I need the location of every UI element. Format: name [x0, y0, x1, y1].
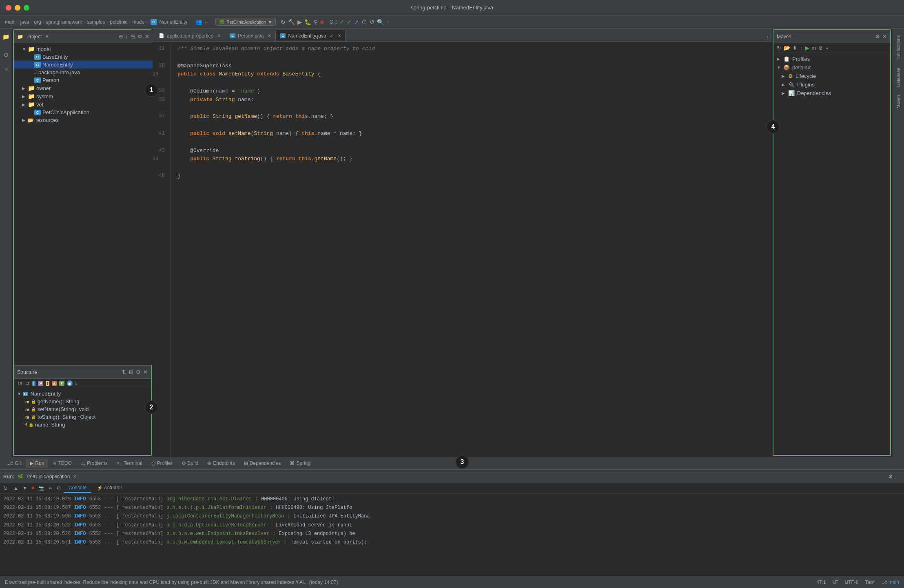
maven-reload-icon[interactable]: ↻	[777, 45, 781, 51]
tree-item-packageinfo[interactable]: J package-info.java	[14, 69, 153, 76]
maven-item-profiles[interactable]: ▶ 📋 Profiles	[773, 55, 890, 63]
breadcrumb-springframework[interactable]: springframework	[46, 19, 82, 25]
bottom-tab-todo[interactable]: ≡ TODO	[49, 459, 75, 468]
bottom-tab-spring[interactable]: ⌘ Spring	[286, 459, 315, 468]
tree-item-baseentity[interactable]: C BaseEntity	[14, 53, 153, 61]
search-icon[interactable]: 🔍	[377, 19, 384, 25]
bottom-tab-git[interactable]: ⎇ Git	[3, 459, 25, 468]
sort-desc-icon[interactable]: ↓z	[25, 380, 30, 386]
status-encoding[interactable]: LF	[833, 579, 838, 585]
code-content[interactable]: /** Simple JavaBean domain object adds a…	[171, 42, 772, 457]
tree-item-namedentity[interactable]: C NamedEntity	[14, 61, 153, 69]
bottom-tab-run[interactable]: ▶ Run	[26, 459, 48, 468]
group-icon[interactable]: ⊞	[129, 369, 133, 375]
tab-application-properties[interactable]: 📄 application.properties ✕	[154, 30, 225, 41]
run-icon[interactable]: ▶	[297, 19, 302, 25]
tree-item-system[interactable]: ▶ 📁 system	[14, 92, 153, 100]
private-filter-icon[interactable]: a	[52, 381, 57, 386]
build-icon[interactable]: 🔨	[288, 19, 295, 25]
notifications-sidebar-label[interactable]: Notifications	[893, 32, 903, 63]
code-editor[interactable]: 21 28 29 32 33 37 41 43 44 48	[153, 42, 772, 457]
breadcrumb-main[interactable]: main	[5, 19, 16, 25]
tab-close-icon[interactable]: ✕	[268, 33, 271, 38]
git-check2-icon[interactable]: ✓	[347, 19, 352, 25]
maven-more-icon[interactable]: »	[825, 46, 828, 51]
structure-item-name[interactable]: f 🔒 name: String	[14, 421, 151, 429]
run-tab-console[interactable]: Console	[64, 483, 91, 493]
extra-icon[interactable]: ◉	[67, 380, 73, 386]
git-undo-icon[interactable]: ↺	[370, 19, 374, 25]
run-minimize-icon[interactable]: —	[895, 473, 901, 480]
tree-item-owner[interactable]: ▶ 📁 owner	[14, 84, 153, 92]
run-settings-icon[interactable]: ⚙	[888, 473, 893, 480]
run-close-icon[interactable]: ✕	[73, 474, 76, 479]
tab-person-java[interactable]: C Person.java ✕	[225, 30, 275, 41]
settings-icon[interactable]: ⚙	[136, 369, 141, 375]
breadcrumb-petclinic[interactable]: petclinic	[110, 19, 127, 25]
maven-run-icon[interactable]: ▶	[805, 45, 809, 51]
run-toolbar-stop[interactable]: ■	[30, 483, 36, 493]
structure-item-tostring[interactable]: m 🔒 toString(): String ↑Object	[14, 413, 151, 421]
run-toolbar-up[interactable]: ▲	[12, 483, 20, 493]
pullrequest-sidebar-icon[interactable]: ⑂	[1, 64, 11, 74]
debug-icon[interactable]: 🐛	[304, 19, 311, 25]
status-indent[interactable]: Tab*	[865, 579, 875, 585]
project-dropdown-icon[interactable]: ▼	[45, 34, 49, 39]
collapse-icon[interactable]: ⊟	[131, 33, 135, 40]
maven-download-icon[interactable]: ⬇	[793, 45, 797, 51]
maven-open-icon[interactable]: 📂	[784, 45, 790, 51]
more-icon[interactable]: »	[75, 381, 78, 386]
run-toolbar-restart[interactable]: ↻	[0, 483, 11, 493]
maven-item-dependencies[interactable]: ▶ 📊 Dependencies	[773, 89, 890, 97]
close-structure-icon[interactable]: ✕	[143, 369, 148, 375]
run-toolbar-camera[interactable]: 📷	[37, 483, 46, 493]
sort-asc-icon[interactable]: ↑a	[17, 380, 22, 386]
tab-namedentity-java[interactable]: C NamedEntity.java ✓ ✕	[275, 30, 345, 41]
run-toolbar-down[interactable]: ▼	[21, 483, 29, 493]
maven-item-lifecycle[interactable]: ▶ ⚙ Lifecycle	[773, 72, 890, 80]
maven-add-icon[interactable]: +	[800, 45, 803, 51]
stop-icon[interactable]: ■	[320, 19, 323, 25]
run-config-button[interactable]: 🌿 PetClinicApplication ▼	[215, 18, 276, 26]
maven-item-petclinic[interactable]: ▼ 📦 petclinic	[773, 63, 890, 72]
breadcrumb-org[interactable]: org	[34, 19, 41, 25]
tree-item-model[interactable]: ▼ 📁 model	[14, 45, 153, 53]
structure-item-setname[interactable]: m 🔒 setName(String): void	[14, 405, 151, 413]
minimize-button[interactable]	[15, 5, 20, 11]
maximize-button[interactable]	[24, 5, 29, 11]
back-icon[interactable]: ←	[204, 19, 209, 25]
maven-skip-icon[interactable]: ⊘	[818, 45, 823, 51]
status-message[interactable]: Download pre-built shared indexes: Reduc…	[5, 579, 338, 585]
interface-filter-icon[interactable]: Y	[59, 381, 64, 386]
run-tab-actuator[interactable]: ⚡ Actuator	[92, 483, 127, 493]
git-time-icon[interactable]: ⏱	[361, 19, 367, 25]
sort-icon[interactable]: ↕	[126, 33, 129, 40]
maven-item-plugins[interactable]: ▶ 🔌 Plugins	[773, 80, 890, 89]
bottom-tab-dependencies[interactable]: ⊞ Dependencies	[240, 459, 285, 468]
bottom-tab-problems[interactable]: ⚠ Problems	[77, 459, 112, 468]
project-sidebar-icon[interactable]: 📁	[1, 32, 11, 42]
upload-icon[interactable]: ↑	[386, 19, 389, 25]
coverage-icon[interactable]: ⚲	[314, 19, 318, 25]
reload-icon[interactable]: ↻	[281, 19, 286, 25]
status-position[interactable]: 47:1	[816, 579, 826, 585]
tree-item-petclinicapp[interactable]: C PetClinicApplication	[14, 108, 153, 116]
maven-sidebar-label[interactable]: Maven	[893, 92, 903, 112]
sort-alpha-icon[interactable]: ⇅	[122, 369, 126, 375]
instance-filter-icon[interactable]: I	[32, 381, 36, 386]
tree-item-resources[interactable]: ▶ 📂 resources	[14, 116, 153, 124]
commit-sidebar-icon[interactable]: ⊙	[1, 50, 11, 60]
git-push-icon[interactable]: ↗	[354, 19, 359, 25]
maven-close-icon[interactable]: ✕	[882, 33, 887, 40]
tab-close-icon[interactable]: ✕	[217, 33, 221, 38]
settings-icon[interactable]: ⚙	[137, 33, 142, 40]
breadcrumb-java[interactable]: java	[20, 19, 29, 25]
bottom-tab-terminal[interactable]: >_ Terminal	[113, 459, 146, 468]
protected-filter-icon[interactable]: P	[38, 381, 43, 386]
locate-icon[interactable]: ⊕	[119, 33, 123, 40]
close-button[interactable]	[6, 5, 11, 11]
bottom-tab-endpoints[interactable]: ⊕ Endpoints	[203, 459, 239, 468]
tree-item-person[interactable]: C Person	[14, 76, 153, 84]
tree-item-vet[interactable]: ▶ 📁 vet	[14, 100, 153, 108]
bottom-tab-build[interactable]: ⚙ Build	[177, 459, 203, 468]
